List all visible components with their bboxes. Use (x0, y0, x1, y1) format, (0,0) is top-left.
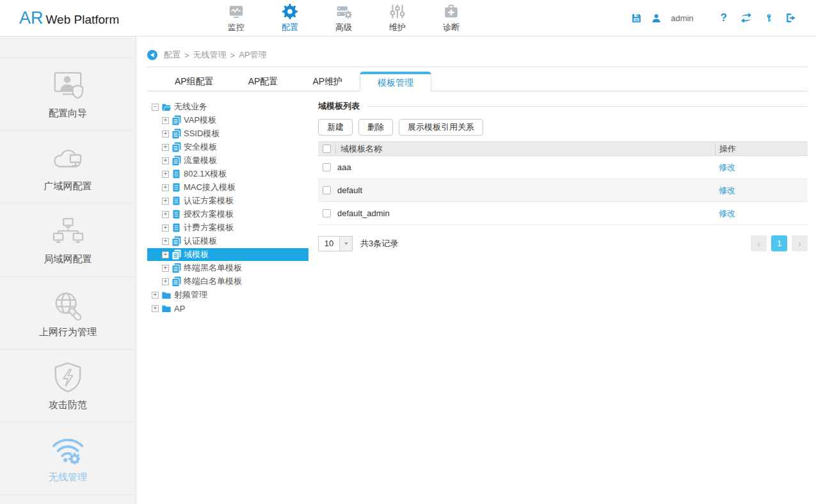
page-size-select[interactable]: 10 (318, 236, 353, 251)
lan-icon (49, 216, 86, 248)
domain-template-name: default (337, 185, 715, 195)
chevron-down-icon[interactable] (340, 236, 353, 251)
tree-item-security-template[interactable]: 安全模板 (147, 141, 308, 154)
tree-item-domain-template[interactable]: 域模板 (147, 248, 308, 261)
sidebar-item-lan[interactable]: 局域网配置 (0, 203, 136, 276)
breadcrumb-item[interactable]: 配置 (164, 49, 180, 61)
modify-link[interactable]: 修改 (719, 208, 735, 219)
sidebar-item-wizard[interactable]: 配置向导 (0, 58, 136, 130)
expand-icon[interactable] (152, 292, 159, 299)
expand-icon[interactable] (162, 251, 169, 258)
template-docs-icon (172, 236, 181, 246)
user-icon[interactable] (651, 13, 662, 24)
tree-item-traffic-template[interactable]: 流量模板 (147, 154, 308, 167)
help-icon[interactable]: ? (721, 12, 727, 24)
nav-item-advanced[interactable]: 高级 (328, 3, 360, 33)
expand-icon[interactable] (162, 157, 169, 164)
tree-item-authorization-scheme-template[interactable]: 授权方案模板 (147, 208, 308, 221)
collapse-icon[interactable] (152, 104, 159, 111)
sidebar-item-behavior[interactable]: 上网行为管理 (0, 276, 136, 349)
expand-icon[interactable] (162, 265, 169, 272)
expand-icon[interactable] (162, 278, 169, 285)
expand-icon[interactable] (162, 184, 169, 191)
tab-strip: AP组配置 AP配置 AP维护 模板管理 (147, 71, 808, 91)
domain-template-name: aaa (337, 162, 715, 172)
sidebar-item-attack-defense[interactable]: 攻击防范 (0, 349, 136, 422)
row-checkbox[interactable] (323, 163, 331, 171)
tab-ap-group-config[interactable]: AP组配置 (157, 72, 231, 91)
tree-item-wireless-service[interactable]: 无线业务 (147, 100, 308, 113)
nav-item-maintenance[interactable]: 维护 (381, 3, 413, 33)
modify-link[interactable]: 修改 (719, 185, 735, 196)
row-checkbox[interactable] (323, 186, 331, 194)
sidebar-item-label: 上网行为管理 (39, 326, 97, 338)
expand-icon[interactable] (152, 305, 159, 312)
tree-item-label: 认证模板 (184, 235, 217, 247)
tree-item-auth-scheme-template[interactable]: 认证方案模板 (147, 194, 308, 207)
expand-icon[interactable] (162, 117, 169, 124)
diagnose-icon (443, 3, 460, 20)
sidebar-item-wireless[interactable]: 无线管理 (0, 422, 136, 495)
header-right: admin ? (631, 12, 797, 24)
expand-icon[interactable] (162, 211, 169, 218)
content-area: 配置 > 无线管理 > AP管理 AP组配置 AP配置 AP维护 模板管理 无线… (136, 36, 816, 504)
tree-item-terminal-whitelist-template[interactable]: 终端白名单模板 (147, 275, 308, 288)
tab-template-management[interactable]: 模板管理 (360, 72, 431, 91)
next-page-button[interactable]: › (792, 235, 808, 251)
tree-item-terminal-blacklist-template[interactable]: 终端黑名单模板 (147, 262, 308, 274)
nav-item-diagnose[interactable]: 诊断 (435, 3, 467, 33)
tree-item-802-1x-template[interactable]: 802.1X模板 (147, 168, 308, 180)
password-key-icon[interactable] (764, 13, 774, 24)
expand-icon[interactable] (162, 238, 169, 245)
advanced-icon (335, 3, 352, 20)
page-1-button[interactable]: 1 (771, 235, 787, 251)
modify-link[interactable]: 修改 (719, 162, 735, 173)
sidebar-item-wan[interactable]: 广域网配置 (0, 130, 136, 203)
tree-item-label: 流量模板 (184, 155, 217, 166)
nav-item-monitor[interactable]: 监控 (220, 3, 252, 33)
table-row: default 修改 (318, 179, 808, 202)
create-button[interactable]: 新建 (318, 119, 353, 136)
breadcrumb-back-icon[interactable] (147, 50, 157, 60)
expand-icon[interactable] (162, 198, 169, 205)
table-row: aaa 修改 (318, 156, 808, 179)
attack-defense-icon (51, 361, 84, 393)
expand-icon[interactable] (162, 130, 169, 138)
expand-icon[interactable] (162, 224, 169, 232)
switch-language-icon[interactable] (740, 12, 753, 24)
delete-button[interactable]: 删除 (358, 119, 393, 136)
show-template-reference-button[interactable]: 展示模板引用关系 (399, 119, 483, 136)
folder-open-icon (161, 103, 172, 111)
tab-ap-maintenance[interactable]: AP维护 (295, 72, 360, 91)
tree-item-accounting-scheme-template[interactable]: 计费方案模板 (147, 221, 308, 234)
behavior-icon (49, 288, 86, 320)
tree-item-ap[interactable]: AP (147, 302, 308, 315)
expand-icon[interactable] (162, 171, 169, 178)
tree-item-authentication-template[interactable]: 认证模板 (147, 235, 308, 248)
row-checkbox[interactable] (323, 209, 331, 217)
select-all-checkbox[interactable] (323, 145, 331, 153)
breadcrumb-separator: > (184, 51, 189, 60)
breadcrumb: 配置 > 无线管理 > AP管理 (147, 49, 808, 61)
username: admin (671, 13, 693, 23)
prev-page-button[interactable]: ‹ (751, 235, 767, 251)
page-size-value: 10 (318, 236, 340, 251)
breadcrumb-item[interactable]: 无线管理 (193, 49, 227, 61)
nav-item-configuration[interactable]: 配置 (274, 3, 306, 33)
record-count: 共3条记录 (360, 238, 398, 249)
tree-item-radio-management[interactable]: 射频管理 (147, 288, 308, 301)
template-doc-icon (172, 182, 181, 193)
tree-item-label: 终端黑名单模板 (184, 262, 242, 274)
tab-ap-config[interactable]: AP配置 (231, 72, 296, 91)
logout-icon[interactable] (785, 12, 797, 24)
table-row: default_admin 修改 (318, 202, 808, 225)
expand-icon[interactable] (162, 144, 169, 151)
tree-item-vap-template[interactable]: VAP模板 (147, 114, 308, 127)
save-icon[interactable] (631, 13, 642, 24)
tree-item-label: VAP模板 (184, 114, 216, 126)
template-doc-icon (172, 209, 181, 219)
nav-label: 维护 (389, 22, 406, 33)
tree-item-ssid-template[interactable]: SSID模板 (147, 127, 308, 140)
breadcrumb-item[interactable]: AP管理 (239, 49, 266, 61)
tree-item-mac-access-template[interactable]: MAC接入模板 (147, 181, 308, 194)
